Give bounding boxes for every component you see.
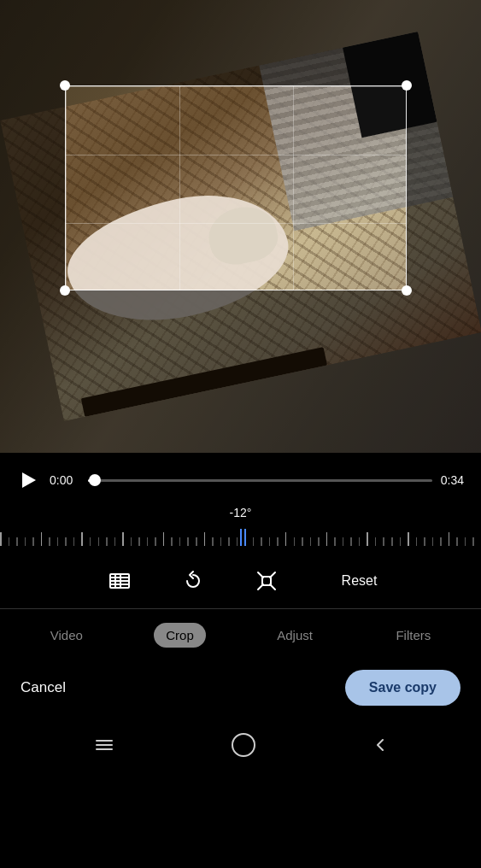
time-total: 0:34 bbox=[441, 473, 464, 487]
crop-overlay-top bbox=[0, 0, 481, 85]
tab-bar: Video Crop Adjust Filters bbox=[0, 609, 481, 660]
navigation-bar bbox=[0, 719, 481, 774]
crop-handle-bottom-right[interactable] bbox=[402, 285, 412, 296]
crop-overlay-bottom bbox=[0, 290, 481, 453]
rotation-section: -12° bbox=[0, 501, 481, 554]
cancel-button[interactable]: Cancel bbox=[21, 679, 66, 696]
ruler-center-indicator bbox=[240, 529, 242, 546]
recent-apps-button[interactable] bbox=[92, 733, 116, 757]
aspect-ratio-button[interactable] bbox=[104, 566, 135, 596]
crop-overlay-right bbox=[407, 85, 481, 290]
bottom-bar: Cancel Save copy bbox=[0, 660, 481, 719]
crop-handle-bottom-left[interactable] bbox=[60, 285, 70, 296]
tab-video[interactable]: Video bbox=[38, 623, 95, 648]
save-copy-button[interactable]: Save copy bbox=[345, 670, 460, 706]
rotation-value: -12° bbox=[0, 506, 481, 519]
crop-overlay-left bbox=[0, 85, 65, 290]
video-timeline: 0:00 0:34 bbox=[0, 453, 481, 501]
crop-handle-top-right[interactable] bbox=[402, 80, 412, 91]
play-icon bbox=[22, 472, 36, 488]
play-button[interactable] bbox=[17, 468, 41, 492]
scrubber-thumb[interactable] bbox=[89, 474, 101, 486]
tab-crop[interactable]: Crop bbox=[154, 623, 206, 648]
flip-button[interactable] bbox=[251, 566, 282, 596]
time-current: 0:00 bbox=[50, 473, 79, 487]
crop-handle-top-left[interactable] bbox=[60, 80, 70, 91]
home-button[interactable] bbox=[232, 733, 255, 757]
reset-button[interactable]: Reset bbox=[342, 573, 378, 589]
tool-buttons: Reset bbox=[0, 554, 481, 608]
controls-area: 0:00 0:34 -12° bbox=[0, 453, 481, 774]
scrubber-track[interactable] bbox=[88, 479, 432, 482]
rotate-button[interactable] bbox=[178, 566, 208, 596]
tab-adjust[interactable]: Adjust bbox=[265, 623, 325, 648]
image-area bbox=[0, 0, 481, 453]
rotation-ruler[interactable] bbox=[0, 525, 481, 550]
tab-filters[interactable]: Filters bbox=[384, 623, 443, 648]
ruler-ticks bbox=[0, 529, 481, 546]
back-button[interactable] bbox=[371, 736, 390, 754]
